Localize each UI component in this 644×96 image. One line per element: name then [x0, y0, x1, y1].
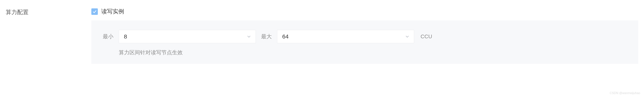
readwrite-instance-label: 读写实例	[101, 8, 124, 16]
compute-config-section: 算力配置 读写实例 最小 8 最大	[0, 0, 644, 70]
instance-checkbox-row: 读写实例	[91, 8, 638, 16]
max-label: 最大	[261, 33, 272, 40]
helper-text: 算力区间针对读写节点生效	[103, 49, 627, 56]
min-label: 最小	[103, 33, 114, 40]
min-select[interactable]: 8	[119, 30, 256, 43]
check-icon	[92, 9, 97, 14]
min-select-wrap: 8	[119, 30, 256, 43]
max-select-wrap: 64	[277, 30, 414, 43]
unit-label: CCU	[420, 34, 432, 40]
section-content: 读写实例 最小 8 最大 64	[91, 8, 638, 64]
readwrite-instance-checkbox[interactable]	[91, 8, 98, 15]
section-title: 算力配置	[6, 8, 91, 64]
min-value: 8	[124, 33, 127, 40]
compute-range-panel: 最小 8 最大 64	[91, 20, 638, 64]
range-selects-row: 最小 8 最大 64	[103, 30, 627, 43]
max-select[interactable]: 64	[277, 30, 414, 43]
max-value: 64	[282, 33, 288, 40]
